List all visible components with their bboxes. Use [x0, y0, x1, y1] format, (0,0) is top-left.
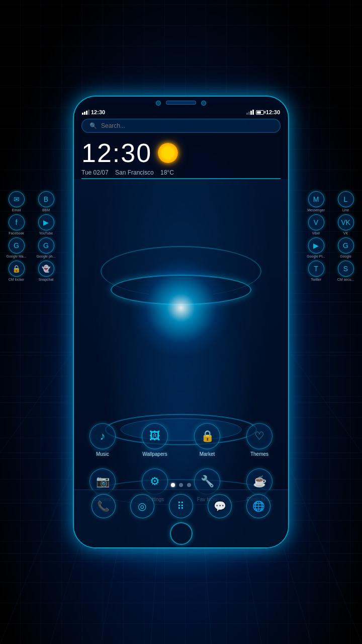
googleph-label: Google ph...	[36, 255, 55, 258]
page-dot-1[interactable]	[171, 483, 175, 487]
app-wallpapers[interactable]: 🖼 Wallpapers	[135, 423, 175, 457]
left-icon-googleph[interactable]: G Google ph...	[32, 237, 60, 258]
cmsecurity-label: CM secu...	[337, 278, 354, 281]
right-icon-row-4: T Twitter S CM secu...	[302, 261, 359, 281]
clock-time-display: 12:30	[81, 138, 152, 168]
vk-icon: VK	[338, 214, 354, 230]
app-themes[interactable]: ♡ Themes	[239, 423, 280, 457]
bottom-dock: 📞 ◎ ⠿ 💬 🌐	[74, 490, 288, 547]
app-market[interactable]: 🔒 Market	[187, 423, 227, 457]
right-icon-row-1: M Messenger L Line	[302, 191, 359, 212]
right-icon-cmsecurity[interactable]: S CM secu...	[332, 261, 359, 281]
browser-icon: 🌐	[246, 494, 270, 518]
signal-bar-4	[88, 110, 89, 115]
market-label: Market	[200, 451, 215, 457]
email-icon: ✉	[9, 191, 25, 207]
phone-speaker	[166, 101, 196, 105]
signal-icon	[82, 110, 89, 115]
signal-bar-1	[82, 113, 83, 115]
twitter-icon: T	[308, 261, 324, 277]
googlemaps-label: Google Ma...	[6, 255, 26, 258]
viber-icon: V	[308, 214, 324, 230]
phone-screen: ♪ Music 🖼 Wallpapers 🔒 Market ♡ Themes	[74, 179, 288, 547]
line-icon: L	[338, 191, 354, 207]
clock-widget: 12:30 Tue 02/07 San Francisco 18°C	[74, 135, 288, 179]
bbm-label: BBM	[42, 208, 50, 212]
status-right: 12:30	[246, 109, 280, 115]
right-icon-row-3: ▶ Google Pl... G Google	[302, 237, 359, 258]
youtube-icon: ▶	[38, 214, 54, 230]
left-icon-row-4: 🔒 CM locker 👻 Snapchat	[3, 261, 60, 281]
dock-browser[interactable]: 🌐	[246, 494, 270, 518]
market-icon: 🔒	[194, 423, 220, 449]
cmlocker-label: CM locker	[9, 278, 25, 281]
viber-label: Viber	[312, 231, 320, 235]
facebook-label: Facebook	[9, 231, 24, 235]
status-bar: 12:30 12:30	[74, 108, 288, 116]
app-row-1: ♪ Music 🖼 Wallpapers 🔒 Market ♡ Themes	[76, 423, 286, 457]
email-label: Email	[12, 208, 21, 212]
left-icon-facebook[interactable]: f Facebook	[3, 214, 30, 235]
clock-date-row: Tue 02/07 San Francisco 18°C	[81, 169, 281, 179]
googleplay-icon: ▶	[308, 237, 324, 254]
dock-contacts[interactable]: ◎	[130, 494, 154, 518]
signal-bar-2	[84, 112, 85, 115]
right-icon-line[interactable]: L Line	[332, 191, 359, 212]
left-icon-row-2: f Facebook ▶ YouTube	[3, 214, 60, 235]
facebook-icon: f	[9, 214, 25, 230]
themes-label: Themes	[250, 451, 268, 457]
left-icon-row-1: ✉ Email B BBM	[3, 191, 60, 212]
googleplay-label: Google Pl...	[307, 255, 325, 258]
music-label: Music	[96, 451, 109, 457]
right-icon-messenger[interactable]: M Messenger	[302, 191, 330, 212]
wallpapers-icon: 🖼	[142, 423, 168, 449]
left-icon-googlemaps[interactable]: G Google Ma...	[3, 237, 30, 258]
left-icon-youtube[interactable]: ▶ YouTube	[32, 214, 60, 235]
left-icon-bbm[interactable]: B BBM	[32, 191, 60, 212]
snapchat-label: Snapchat	[39, 278, 54, 281]
phone-camera	[156, 101, 161, 106]
right-icon-twitter[interactable]: T Twitter	[302, 261, 330, 281]
signal-bar-3	[86, 111, 87, 115]
center-orb	[131, 258, 231, 358]
status-left: 12:30	[82, 109, 105, 115]
clock-city: San Francisco	[115, 169, 154, 176]
twitter-label: Twitter	[311, 278, 321, 281]
phone-icon: 📞	[92, 494, 116, 518]
left-icon-email[interactable]: ✉ Email	[3, 191, 30, 212]
snapchat-icon: 👻	[38, 261, 54, 277]
app-grid-row1: ♪ Music 🖼 Wallpapers 🔒 Market ♡ Themes	[74, 423, 288, 459]
google-label: Google	[340, 255, 351, 258]
right-icon-googleplay[interactable]: ▶ Google Pl...	[302, 237, 330, 258]
left-icon-row-3: G Google Ma... G Google ph...	[3, 237, 60, 258]
music-icon: ♪	[89, 423, 116, 449]
right-icon-vk[interactable]: VK VK	[332, 214, 359, 235]
left-icon-snapchat[interactable]: 👻 Snapchat	[32, 261, 60, 281]
right-icon-google[interactable]: G Google	[332, 237, 359, 258]
right-icon-viber[interactable]: V Viber	[302, 214, 330, 235]
page-dots	[171, 483, 191, 487]
page-dot-3[interactable]	[187, 483, 191, 487]
dock-messages[interactable]: 💬	[208, 494, 232, 518]
bbm-icon: B	[38, 191, 54, 207]
googlemaps-icon: G	[9, 237, 25, 254]
app-music[interactable]: ♪ Music	[82, 423, 123, 457]
left-icon-cmlocker[interactable]: 🔒 CM locker	[3, 261, 30, 281]
cmsecurity-icon: S	[338, 261, 354, 277]
messages-icon: 💬	[208, 494, 232, 518]
google-icon: G	[338, 237, 354, 254]
page-dot-2[interactable]	[179, 483, 183, 487]
phone-frame: 12:30 12:30 🔍 12:30 Tue 02/07	[73, 96, 289, 548]
home-button[interactable]	[170, 522, 193, 545]
messenger-label: Messenger	[307, 208, 325, 212]
search-input[interactable]	[101, 122, 273, 129]
apps-icon: ⠿	[169, 494, 193, 518]
dock-apps[interactable]: ⠿	[169, 494, 193, 518]
search-bar[interactable]: 🔍	[81, 119, 281, 133]
home-button-area	[170, 518, 193, 547]
dock-icons: 📞 ◎ ⠿ 💬 🌐	[74, 494, 288, 518]
clock-date: Tue 02/07	[81, 169, 109, 176]
dock-phone[interactable]: 📞	[92, 494, 116, 518]
clock-time-row: 12:30	[81, 138, 281, 168]
battery-icon	[256, 110, 264, 115]
